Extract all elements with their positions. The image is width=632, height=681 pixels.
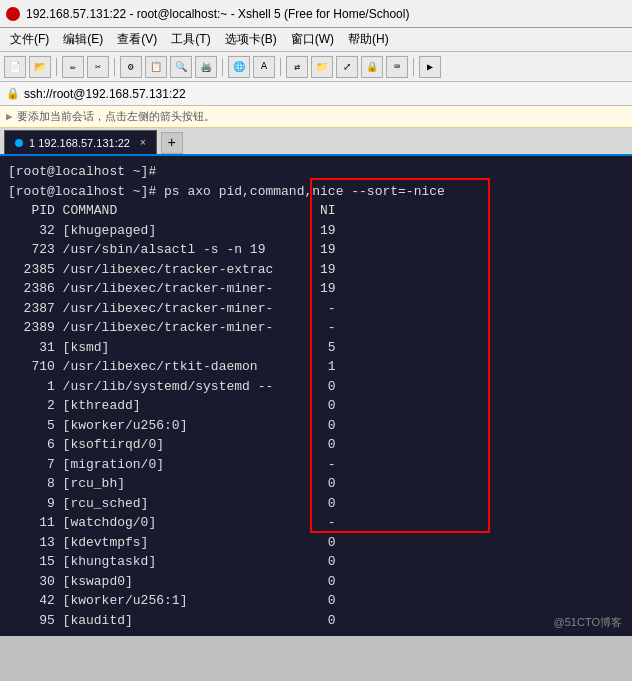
- toolbar-new[interactable]: 📄: [4, 56, 26, 78]
- toolbar-sep5: [413, 58, 414, 76]
- tab-add-btn[interactable]: +: [161, 132, 183, 154]
- lock-icon: 🔒: [6, 87, 20, 100]
- menu-tabs[interactable]: 选项卡(B): [219, 29, 283, 50]
- menu-view[interactable]: 查看(V): [111, 29, 163, 50]
- terminal-line-22: 42 [kworker/u256:1] 0: [8, 591, 624, 611]
- menu-bar: 文件(F) 编辑(E) 查看(V) 工具(T) 选项卡(B) 窗口(W) 帮助(…: [0, 28, 632, 52]
- terminal-line-4: 723 /usr/sbin/alsactl -s -n 19 19: [8, 240, 624, 260]
- terminal-line-8: 2389 /usr/libexec/tracker-miner- -: [8, 318, 624, 338]
- terminal-line-1: [root@localhost ~]# ps axo pid,command,n…: [8, 182, 624, 202]
- terminal-content: [root@localhost ~]# [root@localhost ~]# …: [8, 162, 624, 630]
- toolbar-settings[interactable]: ⚙️: [120, 56, 142, 78]
- info-text: 要添加当前会话，点击左侧的箭头按钮。: [17, 109, 215, 124]
- toolbar-transfer[interactable]: ⇄: [286, 56, 308, 78]
- terminal[interactable]: [root@localhost ~]# [root@localhost ~]# …: [0, 156, 632, 636]
- toolbar-print[interactable]: 🖨️: [195, 56, 217, 78]
- toolbar-expand[interactable]: ⤢: [336, 56, 358, 78]
- toolbar-sep3: [222, 58, 223, 76]
- terminal-line-20: 15 [khungtaskd] 0: [8, 552, 624, 572]
- terminal-wrapper: [root@localhost ~]# [root@localhost ~]# …: [0, 156, 632, 681]
- toolbar-lock[interactable]: 🔒: [361, 56, 383, 78]
- tab-close-btn[interactable]: ×: [140, 137, 146, 148]
- terminal-line-13: 5 [kworker/u256:0] 0: [8, 416, 624, 436]
- watermark: @51CTO博客: [554, 614, 622, 631]
- terminal-line-3: 32 [khugepaged] 19: [8, 221, 624, 241]
- window-icon: [6, 7, 20, 21]
- terminal-line-5: 2385 /usr/libexec/tracker-extrac 19: [8, 260, 624, 280]
- terminal-line-2: PID COMMAND NI: [8, 201, 624, 221]
- toolbar-cut[interactable]: ✂️: [87, 56, 109, 78]
- terminal-line-14: 6 [ksoftirqd/0] 0: [8, 435, 624, 455]
- terminal-line-21: 30 [kswapd0] 0: [8, 572, 624, 592]
- menu-file[interactable]: 文件(F): [4, 29, 55, 50]
- toolbar-sep2: [114, 58, 115, 76]
- toolbar-sep1: [56, 58, 57, 76]
- toolbar: 📄 📂 ✏️ ✂️ ⚙️ 📋 🔍 🖨️ 🌐 A ⇄ 📁 ⤢ 🔒 ⌨ ▶: [0, 52, 632, 82]
- terminal-line-17: 9 [rcu_sched] 0: [8, 494, 624, 514]
- toolbar-search[interactable]: 🔍: [170, 56, 192, 78]
- terminal-line-10: 710 /usr/libexec/rtkit-daemon 1: [8, 357, 624, 377]
- toolbar-font[interactable]: A: [253, 56, 275, 78]
- tab-session[interactable]: 1 192.168.57.131:22 ×: [4, 130, 157, 154]
- toolbar-sep4: [280, 58, 281, 76]
- arrow-icon: ▶: [6, 110, 13, 123]
- tab-bar: 1 192.168.57.131:22 × +: [0, 128, 632, 156]
- terminal-line-7: 2387 /usr/libexec/tracker-miner- -: [8, 299, 624, 319]
- menu-window[interactable]: 窗口(W): [285, 29, 340, 50]
- toolbar-cmd[interactable]: ⌨: [386, 56, 408, 78]
- terminal-line-16: 8 [rcu_bh] 0: [8, 474, 624, 494]
- info-bar: ▶ 要添加当前会话，点击左侧的箭头按钮。: [0, 106, 632, 128]
- terminal-line-18: 11 [watchdog/0] -: [8, 513, 624, 533]
- toolbar-pencil[interactable]: ✏️: [62, 56, 84, 78]
- terminal-line-6: 2386 /usr/libexec/tracker-miner- 19: [8, 279, 624, 299]
- menu-edit[interactable]: 编辑(E): [57, 29, 109, 50]
- terminal-line-11: 1 /usr/lib/systemd/systemd -- 0: [8, 377, 624, 397]
- toolbar-open[interactable]: 📂: [29, 56, 51, 78]
- window-title: 192.168.57.131:22 - root@localhost:~ - X…: [26, 7, 409, 21]
- terminal-line-23: 95 [kauditd] 0: [8, 611, 624, 631]
- terminal-line-9: 31 [ksmd] 5: [8, 338, 624, 358]
- menu-help[interactable]: 帮助(H): [342, 29, 395, 50]
- toolbar-copy[interactable]: 📋: [145, 56, 167, 78]
- menu-tools[interactable]: 工具(T): [165, 29, 216, 50]
- tab-indicator: [15, 139, 23, 147]
- terminal-line-12: 2 [kthreadd] 0: [8, 396, 624, 416]
- toolbar-globe[interactable]: 🌐: [228, 56, 250, 78]
- address-text: ssh://root@192.168.57.131:22: [24, 87, 186, 101]
- terminal-line-15: 7 [migration/0] -: [8, 455, 624, 475]
- app-window: 192.168.57.131:22 - root@localhost:~ - X…: [0, 0, 632, 681]
- title-bar: 192.168.57.131:22 - root@localhost:~ - X…: [0, 0, 632, 28]
- toolbar-more[interactable]: ▶: [419, 56, 441, 78]
- toolbar-sftp[interactable]: 📁: [311, 56, 333, 78]
- terminal-line-19: 13 [kdevtmpfs] 0: [8, 533, 624, 553]
- address-bar: 🔒 ssh://root@192.168.57.131:22: [0, 82, 632, 106]
- terminal-line-0: [root@localhost ~]#: [8, 162, 624, 182]
- tab-label: 1 192.168.57.131:22: [29, 137, 130, 149]
